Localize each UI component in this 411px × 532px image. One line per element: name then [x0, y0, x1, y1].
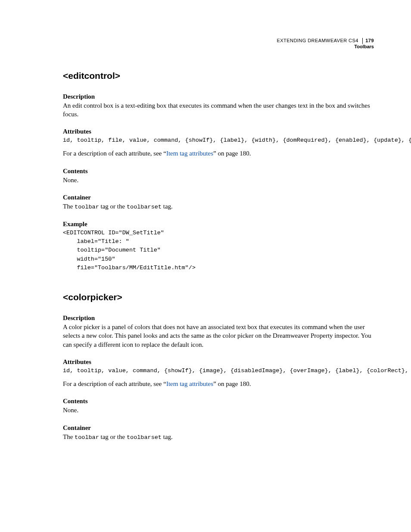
container-pre: The	[63, 433, 75, 440]
attr-desc-post: ” on page 180.	[213, 380, 251, 387]
container-heading: Container	[63, 424, 374, 432]
header-line-1: EXTENDING DREAMWEAVER CS4 179	[63, 38, 374, 44]
attributes-desc: For a description of each attribute, see…	[63, 149, 374, 158]
container-mid: tag or the	[99, 433, 127, 440]
toolbarset-code: toolbarset	[127, 434, 162, 441]
container-heading: Container	[63, 194, 374, 201]
toolbarset-code: toolbarset	[127, 204, 162, 210]
container-pre: The	[63, 203, 75, 210]
colorpicker-heading: <colorpicker>	[63, 292, 374, 302]
attributes-heading: Attributes	[63, 128, 374, 135]
description-text: A color picker is a panel of colors that…	[63, 323, 374, 349]
attr-desc-pre: For a description of each attribute, see…	[63, 150, 166, 157]
attributes-code: id, tooltip, value, command, {showIf}, {…	[63, 367, 374, 375]
doc-title: EXTENDING DREAMWEAVER CS4	[277, 38, 358, 43]
example-code: <EDITCONTROL ID="DW_SetTitle" label="Tit…	[63, 229, 374, 272]
contents-text: None.	[63, 176, 374, 184]
container-mid: tag or the	[99, 203, 127, 210]
page-content: EXTENDING DREAMWEAVER CS4 179 Toolbars <…	[0, 0, 411, 442]
attributes-desc: For a description of each attribute, see…	[63, 380, 374, 388]
description-heading: Description	[63, 314, 374, 322]
description-heading: Description	[63, 93, 374, 100]
item-tag-attributes-link[interactable]: Item tag attributes	[166, 150, 213, 157]
attr-desc-post: ” on page 180.	[213, 150, 251, 157]
container-post: tag.	[162, 433, 173, 440]
editcontrol-heading: <editcontrol>	[63, 71, 374, 81]
container-text: The toolbar tag or the toolbarset tag.	[63, 432, 374, 442]
contents-heading: Contents	[63, 168, 374, 175]
attributes-heading: Attributes	[63, 358, 374, 366]
contents-heading: Contents	[63, 398, 374, 405]
toolbar-code: toolbar	[75, 434, 99, 441]
toolbar-code: toolbar	[75, 204, 99, 210]
header-chapter: Toolbars	[63, 44, 374, 50]
example-heading: Example	[63, 221, 374, 228]
running-header: EXTENDING DREAMWEAVER CS4 179 Toolbars	[63, 38, 374, 50]
attributes-code: id, tooltip, file, value, command, {show…	[63, 136, 374, 145]
description-text: An edit control box is a text-editing bo…	[63, 101, 374, 119]
page-number: 179	[362, 38, 374, 44]
attr-desc-pre: For a description of each attribute, see…	[63, 380, 166, 387]
container-post: tag.	[162, 203, 173, 210]
contents-text: None.	[63, 406, 374, 414]
container-text: The toolbar tag or the toolbarset tag.	[63, 202, 374, 211]
item-tag-attributes-link[interactable]: Item tag attributes	[166, 380, 213, 387]
